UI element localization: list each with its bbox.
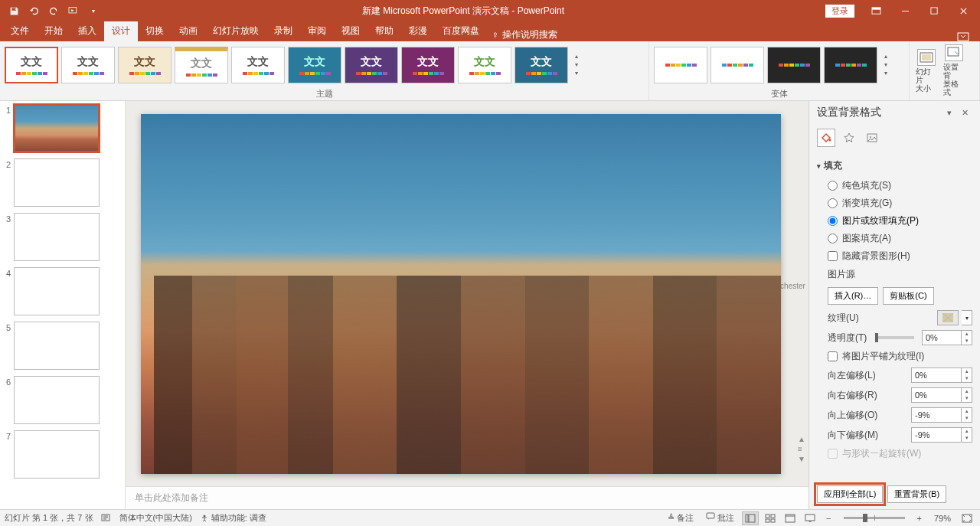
slide-thumbnails-panel[interactable]: 1234567 xyxy=(0,101,126,509)
gradient-fill-radio[interactable]: 渐变填充(G) xyxy=(817,194,972,212)
gradient-fill-label: 渐变填充(G) xyxy=(842,197,892,210)
slide-thumbnail[interactable] xyxy=(14,376,100,424)
fit-to-window-icon[interactable] xyxy=(959,511,975,525)
theme-thumb[interactable]: 文文 xyxy=(288,47,341,83)
qat-dropdown-icon[interactable]: ▾ xyxy=(86,3,101,18)
transparency-slider[interactable] xyxy=(875,336,915,339)
collapse-ribbon-icon[interactable] xyxy=(957,32,977,41)
tab-slideshow[interactable]: 幻灯片放映 xyxy=(205,21,266,41)
reading-view-icon[interactable] xyxy=(782,511,799,525)
theme-thumb[interactable]: 文文 xyxy=(458,47,511,83)
picture-tab-icon[interactable] xyxy=(863,129,881,147)
comments-toggle[interactable]: 批注 xyxy=(701,511,739,525)
theme-thumb[interactable]: 文文 xyxy=(61,47,115,83)
theme-thumb[interactable]: 文文 xyxy=(118,47,172,83)
variant-thumb[interactable] xyxy=(654,47,707,83)
ribbon-display-icon[interactable] xyxy=(862,0,890,21)
variant-thumb[interactable] xyxy=(824,47,877,83)
slide-thumbnail[interactable] xyxy=(14,267,100,315)
zoom-in-icon[interactable]: + xyxy=(913,512,926,524)
fit-slide-icon[interactable]: ≡ xyxy=(798,445,805,453)
texture-dropdown-icon[interactable]: ▾ xyxy=(962,310,972,325)
sorter-view-icon[interactable] xyxy=(762,511,779,525)
tab-caiwei[interactable]: 彩漫 xyxy=(401,21,435,41)
variant-thumb[interactable] xyxy=(767,47,821,83)
clipboard-button[interactable]: 剪贴板(C) xyxy=(883,287,933,305)
variant-thumb[interactable] xyxy=(710,47,764,83)
offset-top-input[interactable]: -9%▴▾ xyxy=(911,407,972,423)
normal-view-icon[interactable] xyxy=(742,511,759,525)
theme-thumb[interactable]: 文文 xyxy=(175,47,228,83)
transparency-input[interactable]: 0%▴▾ xyxy=(922,330,972,345)
zoom-level[interactable]: 79% xyxy=(929,512,956,524)
slide-canvas[interactable] xyxy=(141,114,781,474)
spellcheck-icon[interactable] xyxy=(101,514,112,523)
zoom-out-icon[interactable]: − xyxy=(822,512,835,524)
svg-rect-18 xyxy=(766,515,769,518)
language-label[interactable]: 简体中文(中国大陆) xyxy=(119,512,192,524)
slide-size-button[interactable]: 幻灯片 大小 xyxy=(913,47,940,94)
tab-review[interactable]: 审阅 xyxy=(300,21,334,41)
variants-more-icon[interactable]: ▴▾▾ xyxy=(880,53,891,77)
maximize-icon[interactable] xyxy=(920,0,948,21)
offset-bottom-input[interactable]: -9%▴▾ xyxy=(911,427,972,443)
tab-home[interactable]: 开始 xyxy=(37,21,70,41)
slide-thumbnail[interactable] xyxy=(14,322,100,370)
apply-to-all-button[interactable]: 应用到全部(L) xyxy=(817,485,883,503)
accessibility-checker[interactable]: 辅助功能: 调查 xyxy=(200,512,266,524)
fill-section-header[interactable]: ▾ 填充 xyxy=(817,155,972,177)
slide-thumbnail[interactable] xyxy=(14,158,100,207)
undo-icon[interactable] xyxy=(26,3,41,18)
slide-thumbnail[interactable] xyxy=(14,104,100,152)
theme-thumb[interactable]: 文文 xyxy=(514,47,568,83)
reset-background-button[interactable]: 重置背景(B) xyxy=(887,485,946,503)
slide-counter[interactable]: 幻灯片 第 1 张，共 7 张 xyxy=(5,512,93,524)
texture-picker-icon[interactable] xyxy=(937,310,959,325)
notes-placeholder[interactable]: 单击此处添加备注 xyxy=(126,486,808,509)
tell-me-search[interactable]: ♀ 操作说明搜索 xyxy=(492,28,557,41)
offset-left-input[interactable]: 0%▴▾ xyxy=(911,368,972,383)
tab-file[interactable]: 文件 xyxy=(3,21,37,41)
slideshow-view-icon[interactable] xyxy=(802,511,818,525)
redo-icon[interactable] xyxy=(46,3,61,18)
pane-header: 设置背景格式 ▾ ✕ xyxy=(809,101,980,124)
insert-picture-button[interactable]: 插入(R)… xyxy=(828,287,878,305)
notes-toggle[interactable]: ≜ 备注 xyxy=(663,511,698,525)
tab-insert[interactable]: 插入 xyxy=(70,21,104,41)
effects-tab-icon[interactable] xyxy=(840,129,858,147)
tab-transitions[interactable]: 切换 xyxy=(138,21,172,41)
minimize-icon[interactable] xyxy=(891,0,919,21)
pattern-fill-radio[interactable]: 图案填充(A) xyxy=(817,230,972,247)
picture-fill-radio[interactable]: 图片或纹理填充(P) xyxy=(817,212,972,230)
theme-thumb[interactable]: 文文 xyxy=(401,47,455,83)
save-icon[interactable] xyxy=(6,3,21,18)
zoom-slider[interactable] xyxy=(844,517,905,519)
offset-right-input[interactable]: 0%▴▾ xyxy=(911,387,972,403)
slide-thumbnail[interactable] xyxy=(14,213,100,261)
format-background-button[interactable]: 设置背 景格式 xyxy=(940,43,968,98)
solid-fill-radio[interactable]: 纯色填充(S) xyxy=(817,177,972,194)
format-bg-icon xyxy=(945,44,963,61)
start-from-beginning-icon[interactable] xyxy=(66,3,81,18)
theme-thumb[interactable]: 文文 xyxy=(5,47,58,83)
close-icon[interactable] xyxy=(949,0,977,21)
hide-bg-checkbox[interactable]: 隐藏背景图形(H) xyxy=(817,247,972,265)
pane-options-icon[interactable]: ▾ xyxy=(942,108,957,118)
tab-design[interactable]: 设计 xyxy=(104,21,138,41)
themes-more-icon[interactable]: ▴▾▾ xyxy=(571,53,582,77)
tile-checkbox[interactable]: 将图片平铺为纹理(I) xyxy=(828,348,972,365)
tab-animations[interactable]: 动画 xyxy=(172,21,205,41)
tab-record[interactable]: 录制 xyxy=(266,21,300,41)
tab-view[interactable]: 视图 xyxy=(334,21,368,41)
slide-stage: �ychester ▲ ≡ ▼ xyxy=(126,101,808,486)
tab-baidu[interactable]: 百度网盘 xyxy=(435,21,487,41)
tab-help[interactable]: 帮助 xyxy=(368,21,401,41)
login-button[interactable]: 登录 xyxy=(825,5,854,18)
theme-thumb[interactable]: 文文 xyxy=(345,47,398,83)
pane-close-icon[interactable]: ✕ xyxy=(957,108,972,118)
theme-thumb[interactable]: 文文 xyxy=(231,47,285,83)
fill-tab-icon[interactable] xyxy=(817,129,835,147)
prev-slide-icon[interactable]: ▲ xyxy=(798,435,805,443)
slide-thumbnail[interactable] xyxy=(14,430,100,479)
next-slide-icon[interactable]: ▼ xyxy=(798,455,805,463)
